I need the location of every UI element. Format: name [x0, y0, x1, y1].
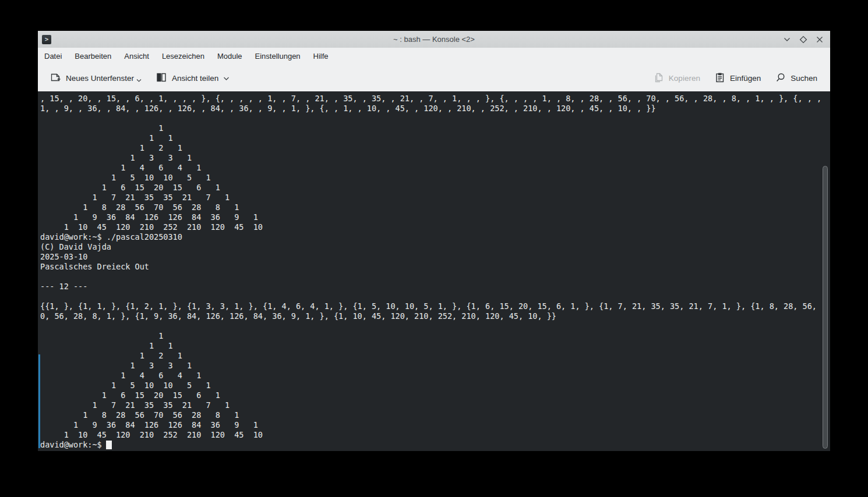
konsole-window: > ~ : bash — Konsole <2> Datei Bearbeit [38, 31, 830, 451]
tab-new-icon [50, 72, 61, 85]
menubar: Datei Bearbeiten Ansicht Lesezeichen Mod… [38, 48, 830, 65]
menu-einstellungen[interactable]: Einstellungen [249, 48, 307, 65]
titlebar[interactable]: > ~ : bash — Konsole <2> [38, 31, 830, 48]
menu-datei[interactable]: Datei [38, 48, 68, 65]
menu-hilfe[interactable]: Hilfe [307, 48, 335, 65]
menu-ansicht[interactable]: Ansicht [118, 48, 156, 65]
terminal-output: , 15, , 20, , 15, , 6, , 1, , , , }, {, … [38, 91, 830, 450]
split-view-icon [156, 72, 167, 85]
search-label: Suchen [791, 74, 817, 83]
toolbar: Neues Unterfenster Ansicht teilen [38, 65, 830, 91]
chevron-down-icon [223, 74, 230, 83]
menu-bearbeiten[interactable]: Bearbeiten [68, 48, 118, 65]
new-output-marker [38, 354, 40, 448]
paste-label: Einfügen [730, 74, 761, 83]
menu-lesezeichen[interactable]: Lesezeichen [156, 48, 211, 65]
toolbar-right-group: Kopieren Einfügen [648, 69, 822, 88]
window-title: ~ : bash — Konsole <2> [38, 35, 830, 44]
paste-button[interactable]: Einfügen [710, 69, 765, 88]
terminal-cursor [106, 441, 112, 449]
new-tab-label: Neues Unterfenster [66, 74, 134, 83]
window-controls [782, 34, 830, 45]
chevron-down-icon [136, 76, 142, 84]
terminal-area[interactable]: , 15, , 20, , 15, , 6, , 1, , , , }, {, … [38, 91, 830, 451]
new-tab-button[interactable]: Neues Unterfenster [45, 68, 146, 88]
search-button[interactable]: Suchen [770, 69, 822, 88]
split-view-label: Ansicht teilen [172, 74, 218, 83]
copy-label: Kopieren [669, 74, 700, 83]
split-view-button[interactable]: Ansicht teilen [151, 68, 234, 88]
paste-icon [714, 72, 725, 85]
close-icon[interactable] [814, 34, 825, 45]
minimize-icon[interactable] [782, 34, 792, 45]
copy-icon [653, 72, 664, 85]
search-icon [775, 72, 786, 85]
scrollbar-track[interactable] [821, 91, 830, 451]
menu-module[interactable]: Module [211, 48, 249, 65]
maximize-icon[interactable] [798, 34, 809, 45]
copy-button[interactable]: Kopieren [648, 69, 705, 88]
scrollbar-thumb[interactable] [823, 166, 828, 449]
